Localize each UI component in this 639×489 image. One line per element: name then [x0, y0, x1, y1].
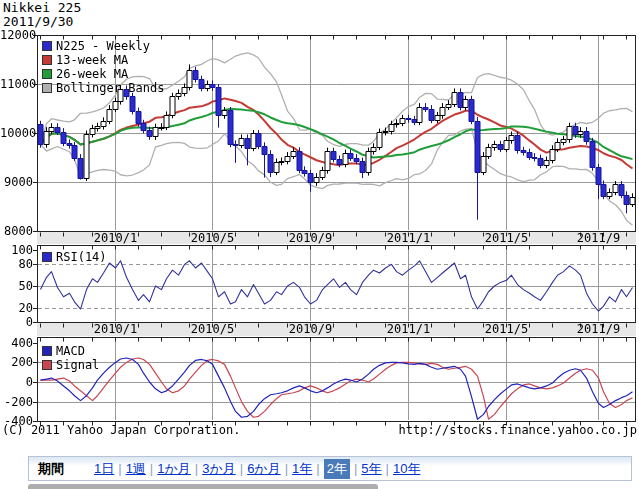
- period-separator: |: [386, 461, 389, 476]
- copyright-text: (C) 2011 Yahoo Japan Corporation.: [2, 423, 240, 437]
- rsi-swatch-icon: [42, 252, 52, 262]
- bollinger-swatch-icon: [42, 83, 52, 93]
- period-link-1年[interactable]: 1年: [292, 460, 312, 478]
- legend-item-n225: N225 - Weekly: [42, 39, 164, 52]
- legend-label: RSI(14): [56, 251, 107, 263]
- macd-legend: MACD Signal: [42, 344, 99, 371]
- period-link-10年[interactable]: 10年: [393, 460, 420, 478]
- legend-item-bollinger: Bollinger Bands: [42, 81, 164, 94]
- period-link-5年[interactable]: 5年: [361, 460, 381, 478]
- period-link-6か月[interactable]: 6か月: [247, 460, 281, 478]
- legend-label: 13-week MA: [56, 54, 128, 66]
- period-separator: |: [316, 461, 319, 476]
- stock-chart-page: Nikkei 225 2011/9/30 1200011000100009000…: [0, 0, 639, 489]
- legend-item-signal: Signal: [42, 358, 99, 371]
- next-section-edge: [28, 484, 378, 489]
- legend-item-rsi: RSI(14): [42, 250, 107, 263]
- ma26-swatch-icon: [42, 69, 52, 79]
- signal-swatch-icon: [42, 360, 52, 370]
- legend-label: N225 - Weekly: [56, 40, 150, 52]
- legend-item-ma26: 26-week MA: [42, 67, 164, 80]
- legend-label: 26-week MA: [56, 68, 128, 80]
- period-link-3か月[interactable]: 3か月: [202, 460, 236, 478]
- legend-label: Bollinger Bands: [56, 82, 164, 94]
- site-url: http://stocks.finance.yahoo.co.jp: [399, 423, 637, 437]
- period-separator: |: [195, 461, 198, 476]
- legend-label: Signal: [56, 359, 99, 371]
- legend-label: MACD: [56, 345, 85, 357]
- period-link-1日[interactable]: 1日: [94, 460, 114, 478]
- period-separator: |: [150, 461, 153, 476]
- period-separator: |: [118, 461, 121, 476]
- period-separator: |: [354, 461, 357, 476]
- legend-item-macd: MACD: [42, 344, 99, 357]
- period-separator: |: [285, 461, 288, 476]
- rsi-legend: RSI(14): [42, 250, 107, 263]
- period-links: 1日|1週|1か月|3か月|6か月|1年|2年|5年|10年: [94, 459, 420, 479]
- macd-swatch-icon: [42, 346, 52, 356]
- period-toolbar-label: 期間: [38, 460, 64, 478]
- n225-swatch-icon: [42, 41, 52, 51]
- period-link-1週[interactable]: 1週: [126, 460, 146, 478]
- period-link-selected-2年[interactable]: 2年: [324, 459, 350, 479]
- period-link-1か月[interactable]: 1か月: [157, 460, 191, 478]
- legend-item-ma13: 13-week MA: [42, 53, 164, 66]
- period-toolbar: 期間 1日|1週|1か月|3か月|6か月|1年|2年|5年|10年: [28, 456, 632, 481]
- period-separator: |: [240, 461, 243, 476]
- ma13-swatch-icon: [42, 55, 52, 65]
- price-legend: N225 - Weekly 13-week MA 26-week MA Boll…: [42, 39, 164, 94]
